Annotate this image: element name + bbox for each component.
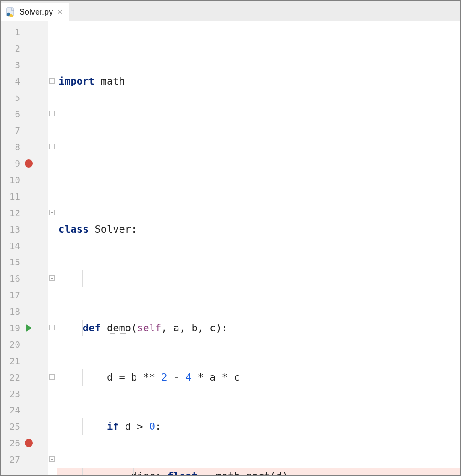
code-line[interactable] <box>57 270 460 287</box>
line-number: 10 <box>1 175 23 185</box>
line-number: 19 <box>1 323 23 333</box>
line-number: 8 <box>1 142 23 152</box>
editor-window: Solver.py × 1 2 3 4 5 6 7 8 9 10 11 12 1… <box>0 0 461 476</box>
code-line[interactable]: disc: float = math.sqrt(d) <box>57 468 460 475</box>
code-line[interactable]: class Solver: <box>57 221 460 238</box>
fold-toggle-icon[interactable] <box>49 374 55 380</box>
tab-solver[interactable]: Solver.py × <box>1 3 69 21</box>
tab-bar: Solver.py × <box>1 1 460 21</box>
code-area[interactable]: import math class Solver: def demo(self,… <box>57 21 460 475</box>
code-line[interactable]: if d > 0: <box>57 418 460 435</box>
line-number: 14 <box>1 241 23 251</box>
code-line[interactable] <box>57 172 460 188</box>
close-tab-icon[interactable]: × <box>57 7 63 17</box>
line-number: 20 <box>1 339 23 349</box>
code-editor[interactable]: 1 2 3 4 5 6 7 8 9 10 11 12 13 14 15 16 1… <box>1 21 460 475</box>
fold-toggle-icon[interactable] <box>49 456 55 462</box>
breakpoint-icon[interactable] <box>25 439 33 447</box>
fold-toggle-icon[interactable] <box>49 111 55 116</box>
tab-label: Solver.py <box>19 7 53 17</box>
line-number: 11 <box>1 191 23 201</box>
gutter[interactable]: 1 2 3 4 5 6 7 8 9 10 11 12 13 14 15 16 1… <box>1 21 48 475</box>
fold-toggle-icon[interactable] <box>49 210 55 215</box>
code-line[interactable] <box>57 122 460 139</box>
fold-toggle-icon[interactable] <box>49 78 55 84</box>
line-number: 1 <box>1 27 23 37</box>
line-number: 15 <box>1 257 23 267</box>
line-number: 25 <box>1 422 23 432</box>
line-number: 17 <box>1 290 23 300</box>
line-number: 9 <box>1 159 23 169</box>
line-number: 2 <box>1 43 23 53</box>
line-number: 24 <box>1 405 23 415</box>
line-number: 27 <box>1 455 23 465</box>
fold-toggle-icon[interactable] <box>49 275 55 281</box>
line-number: 4 <box>1 76 23 86</box>
line-number: 3 <box>1 60 23 70</box>
line-number: 18 <box>1 307 23 317</box>
code-line[interactable]: def demo(self, a, b, c): <box>57 320 460 336</box>
line-number: 23 <box>1 389 23 399</box>
line-number: 26 <box>1 438 23 448</box>
line-number: 12 <box>1 208 23 218</box>
fold-toggle-icon[interactable] <box>49 144 55 149</box>
line-number: 5 <box>1 93 23 103</box>
line-number: 7 <box>1 126 23 136</box>
line-number: 6 <box>1 109 23 119</box>
breakpoint-icon[interactable] <box>25 159 33 168</box>
line-number: 16 <box>1 274 23 284</box>
fold-toggle-icon[interactable] <box>49 325 55 330</box>
line-number: 13 <box>1 224 23 234</box>
python-file-icon <box>5 7 16 17</box>
code-line[interactable]: import math <box>57 73 460 90</box>
run-marker-icon[interactable] <box>26 324 32 332</box>
line-number: 21 <box>1 356 23 366</box>
line-number: 22 <box>1 372 23 382</box>
fold-strip <box>48 21 57 475</box>
code-line[interactable]: d = b ** 2 - 4 * a * c <box>57 369 460 386</box>
